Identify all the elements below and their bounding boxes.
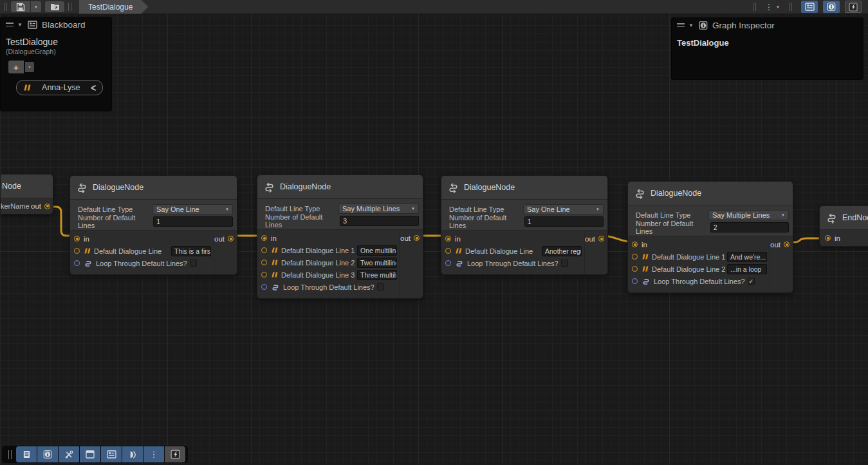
in-port[interactable] (632, 242, 638, 247)
quote-icon (642, 254, 649, 260)
info-icon (699, 21, 708, 30)
out-port[interactable] (44, 204, 50, 209)
caret-down-icon: ▼ (411, 207, 415, 211)
num-lines-field[interactable]: 1 (524, 216, 604, 227)
half-circle-icon (128, 450, 137, 459)
start-node[interactable]: Node kerName out (0, 174, 53, 214)
num-lines-field[interactable]: 2 (710, 222, 789, 232)
dialogue-line-port[interactable] (445, 248, 451, 254)
graph-inspector-title: Graph Inspector (712, 21, 775, 30)
in-port[interactable] (825, 235, 831, 241)
toolbar-options-button[interactable]: ⋮ ▼ (760, 1, 785, 12)
loop-icon (271, 283, 280, 291)
plugin-button-bottom[interactable] (165, 446, 185, 462)
out-port[interactable] (784, 242, 790, 247)
add-property-caret[interactable]: ▼ (25, 62, 34, 72)
out-port[interactable] (228, 236, 234, 242)
line-type-label: Default Line Type (265, 205, 320, 213)
loop-checkbox[interactable]: ✓ (748, 278, 755, 285)
dialogue-line-port[interactable] (74, 248, 80, 254)
toggle-graph-inspector-button[interactable] (823, 1, 840, 13)
line-type-dropdown[interactable]: Say Multiple Lines ▼ (338, 204, 419, 214)
graph-inspector-drag-handle[interactable] (677, 23, 685, 27)
caret-down-icon: ▼ (776, 5, 780, 9)
console-button[interactable] (16, 446, 37, 462)
graph-inspector-collapse-arrow[interactable]: ▼ (688, 23, 694, 28)
dialogue-line-field[interactable]: Three multili (357, 270, 397, 280)
loop-port[interactable] (74, 260, 80, 266)
num-lines-label: Number of Default Lines (636, 220, 710, 235)
in-port[interactable] (261, 235, 267, 241)
loop-checkbox[interactable] (561, 260, 568, 267)
graph-inspector-panel[interactable]: ▼ Graph Inspector TestDialogue (671, 17, 863, 80)
quote-icon (271, 247, 278, 253)
dialogue-line-port[interactable] (261, 272, 267, 278)
quote-icon (455, 248, 462, 254)
bottom-toolbar-drag-handle[interactable] (8, 450, 12, 459)
quote-icon (271, 260, 278, 265)
graph-inspector-header[interactable]: ▼ Graph Inspector (672, 18, 863, 32)
out-port[interactable] (598, 236, 604, 242)
dialogue-line-field[interactable]: Another regu (542, 246, 582, 256)
open-asset-button[interactable] (45, 1, 64, 12)
blackboard-drag-handle[interactable] (6, 23, 14, 26)
node-title: DialogueNode (464, 183, 515, 192)
transition-button[interactable] (122, 446, 143, 462)
end-node[interactable]: EndNode in (819, 205, 868, 247)
plugin-button[interactable] (845, 1, 862, 13)
in-port[interactable] (445, 236, 451, 242)
dialogue-line-port[interactable] (632, 254, 638, 260)
in-port[interactable] (74, 236, 80, 242)
loop-port[interactable] (632, 278, 638, 284)
dialogue-line-port[interactable] (261, 260, 267, 265)
property-expand-chevron[interactable]: < (91, 82, 96, 93)
inspector-button[interactable] (37, 446, 58, 462)
blackboard-icon (28, 21, 37, 29)
dialogue-line-field[interactable]: ...in a loop (727, 264, 767, 274)
info-icon (43, 450, 52, 459)
loop-checkbox[interactable] (377, 283, 384, 290)
loop-checkbox[interactable] (190, 260, 197, 267)
blackboard-icon (805, 3, 815, 11)
dialogue-line-field[interactable]: One multiline (357, 245, 397, 256)
loop-port[interactable] (261, 284, 267, 290)
line-type-dropdown[interactable]: Say Multiple Lines ▼ (708, 210, 789, 220)
dialogue-line-label: Default Dialogue Line 1 (652, 253, 725, 261)
save-button[interactable] (11, 1, 30, 12)
dialogue-node-4[interactable]: DialogueNode Default Line Type Say Multi… (627, 181, 793, 293)
save-options-button[interactable]: ▼ (31, 1, 41, 12)
graph-canvas[interactable]: ▼ TestDialogue ⋮ ▼ (0, 0, 868, 465)
dialogue-line-label: Default Dialogue Line 3 (281, 271, 355, 279)
toolbar-drag-handle[interactable] (4, 3, 7, 11)
node-header: Node (1, 175, 53, 198)
dialogue-node-1[interactable]: DialogueNode Default Line Type Say One L… (69, 175, 237, 275)
add-property-button[interactable]: + (8, 61, 24, 73)
num-lines-label: Number of Default Lines (78, 214, 153, 229)
tools-button[interactable] (59, 446, 79, 462)
toggle-blackboard-button[interactable] (801, 1, 818, 13)
dialogue-line-field[interactable]: And we're... (727, 252, 767, 262)
quote-icon (84, 248, 91, 254)
dialogue-node-2[interactable]: DialogueNode Default Line Type Say Multi… (257, 175, 423, 299)
tab-testdialogue[interactable]: TestDialogue (79, 0, 148, 14)
num-lines-field[interactable]: 1 (153, 216, 233, 227)
dialogue-line-port[interactable] (632, 266, 638, 272)
out-port[interactable] (414, 235, 420, 241)
dialogue-line-field[interactable]: Two multiline (357, 258, 397, 268)
blackboard-panel[interactable]: ▼ Blackboard TestDialogue (DialogueGraph… (0, 17, 112, 111)
out-port-label: out (31, 202, 41, 210)
blackboard-button[interactable] (101, 446, 122, 462)
dialogue-node-3[interactable]: DialogueNode Default Line Type Say One L… (441, 175, 608, 275)
num-lines-field[interactable]: 3 (340, 216, 419, 226)
window-button[interactable] (80, 446, 100, 462)
blackboard-property-anna-lyse[interactable]: Anna-Lyse < (16, 80, 103, 95)
blackboard-collapse-arrow[interactable]: ▼ (17, 22, 23, 28)
blackboard-header[interactable]: ▼ Blackboard (1, 17, 111, 32)
more-options-button[interactable]: ⋮ (143, 446, 164, 462)
dialogue-line-field[interactable]: This is a first (171, 246, 211, 256)
line-type-dropdown[interactable]: Say One Line ▼ (523, 204, 604, 214)
dialogue-line-port[interactable] (261, 247, 267, 253)
loop-port[interactable] (445, 260, 451, 266)
loop-icon (455, 260, 464, 267)
line-type-dropdown[interactable]: Say One Line ▼ (152, 204, 233, 214)
